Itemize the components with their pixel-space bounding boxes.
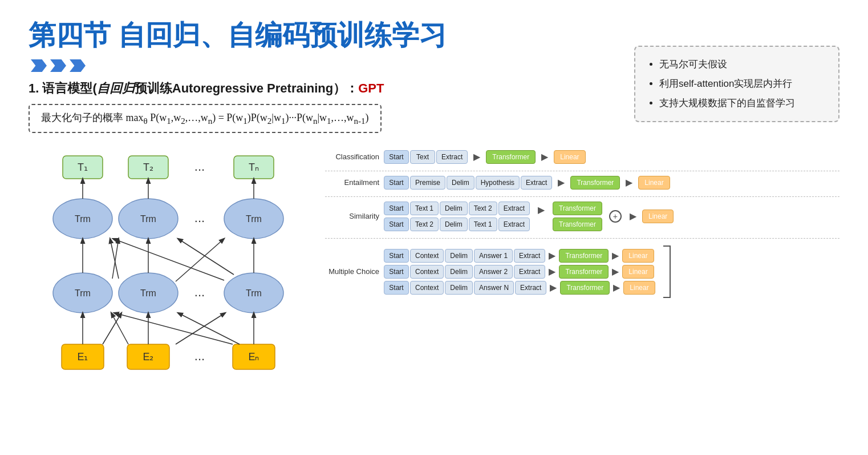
- svg-text:T₁: T₁: [78, 162, 88, 173]
- linear-box: Linear: [554, 150, 585, 164]
- svg-text:Trm: Trm: [140, 214, 156, 224]
- entailment-row: Entailment Start Premise Delim Hypothesi…: [325, 176, 839, 190]
- token-hypothesis: Hypothesis: [476, 176, 520, 190]
- svg-text:Trm: Trm: [75, 214, 91, 224]
- svg-text:Trm: Trm: [140, 288, 156, 298]
- mc-row1-tokens: Start Context Delim Answer 1 Extract: [384, 249, 545, 263]
- mc-bracket-container: [661, 243, 672, 300]
- similarity-rows: Start Text 1 Delim Text 2 Extract Start …: [384, 202, 530, 231]
- mc-linear-1: Linear: [622, 249, 654, 263]
- svg-line-43: [111, 313, 128, 344]
- mc-section: Multiple Choice Start Context Delim Answ…: [325, 243, 839, 300]
- mc-start-N: Start: [384, 281, 409, 295]
- svg-text:E₂: E₂: [143, 351, 153, 363]
- transformer-diagram: T₁ T₂ ... Tₙ Trm Trm ... T: [29, 150, 302, 390]
- mc-row2: Start Context Delim Answer 2 Extract ▶ T…: [384, 265, 655, 279]
- linear-box-e: Linear: [638, 176, 670, 190]
- svg-text:...: ...: [194, 285, 205, 299]
- arrow-1: [31, 59, 47, 72]
- info-item-1: 无马尔可夫假设: [659, 55, 827, 74]
- subtitle-gpt: GPT: [358, 81, 384, 95]
- mc-answer-N: Answer N: [474, 281, 514, 295]
- arrow-s2: ▶: [630, 211, 636, 222]
- mc-answer-2: Answer 2: [474, 265, 513, 279]
- svg-text:Trm: Trm: [75, 288, 91, 298]
- arrow-to-transformer: ▶: [473, 151, 480, 162]
- divider-1: [325, 171, 839, 171]
- entailment-label: Entailment: [325, 178, 379, 187]
- subtitle-prefix: 1. 语言模型(: [29, 81, 97, 95]
- similarity-row: Similarity Start Text 1 Delim Text 2 Ext…: [325, 202, 839, 231]
- token-delim-s2: Delim: [440, 218, 468, 231]
- token-text1b: Text 1: [469, 218, 497, 231]
- svg-text:E₁: E₁: [77, 351, 88, 363]
- svg-text:Eₙ: Eₙ: [248, 351, 259, 363]
- mc-extract-1: Extract: [514, 249, 545, 263]
- mc-label: Multiple Choice: [325, 267, 379, 276]
- right-diagram: Classification Start Text Extract ▶ Tran…: [325, 150, 839, 307]
- svg-text:Trm: Trm: [246, 214, 262, 224]
- sim-arrows-col: ▶: [537, 204, 546, 228]
- svg-line-31: [178, 239, 234, 275]
- token-text: Text: [410, 150, 435, 164]
- transformer-s1: Transformer: [553, 202, 602, 215]
- info-item-3: 支持大规模数据下的自监督学习: [659, 94, 827, 113]
- token-extract-e: Extract: [521, 176, 552, 190]
- token-text2b: Text 2: [410, 218, 439, 231]
- svg-text:Trm: Trm: [246, 288, 262, 298]
- similarity-section: Similarity Start Text 1 Delim Text 2 Ext…: [325, 202, 839, 231]
- arrow-e2: ▶: [626, 177, 632, 188]
- mc-delim-2: Delim: [445, 265, 473, 279]
- mc-arrow-1: ▶: [549, 250, 555, 261]
- arrow-s1: ▶: [538, 204, 545, 215]
- slide-container: 第四节 自回归、自编码预训练学习 1. 语言模型(自回归预训练Autoregre…: [0, 0, 868, 455]
- divider-2: [325, 196, 839, 197]
- mc-arr2-N: ▶: [613, 282, 620, 293]
- mc-linear-2: Linear: [622, 265, 654, 279]
- classification-label: Classification: [325, 152, 379, 161]
- token-start-s2: Start: [384, 218, 409, 231]
- subtitle-italic: 自回归: [97, 81, 135, 95]
- sim-row2-tokens: Start Text 2 Delim Text 1 Extract: [384, 218, 530, 231]
- mc-row: Multiple Choice Start Context Delim Answ…: [325, 243, 839, 300]
- svg-text:...: ...: [194, 349, 205, 363]
- mc-linear-N: Linear: [623, 281, 655, 295]
- token-premise: Premise: [410, 176, 445, 190]
- classification-section: Classification Start Text Extract ▶ Tran…: [325, 150, 839, 164]
- mc-answer-1: Answer 1: [474, 249, 513, 263]
- mc-transformer-1: Transformer: [559, 249, 609, 263]
- arrow-e1: ▶: [558, 177, 565, 188]
- mc-row2-tokens: Start Context Delim Answer 2 Extract: [384, 265, 545, 279]
- svg-line-30: [113, 239, 224, 280]
- svg-line-46: [178, 313, 240, 344]
- entailment-section: Entailment Start Premise Delim Hypothesi…: [325, 176, 839, 190]
- left-diagram: T₁ T₂ ... Tₙ Trm Trm ... T: [29, 150, 302, 392]
- sim-row1-tokens: Start Text 1 Delim Text 2 Extract: [384, 202, 530, 215]
- mc-start-1: Start: [384, 249, 409, 263]
- mc-extract-N: Extract: [515, 281, 546, 295]
- mc-arr2-2: ▶: [612, 266, 619, 277]
- sim-transformers: Transformer Transformer: [553, 202, 602, 231]
- arrow-3: [70, 59, 86, 72]
- token-start-s1: Start: [384, 202, 409, 215]
- token-extract-s2: Extract: [498, 218, 530, 231]
- mc-start-2: Start: [384, 265, 409, 279]
- token-extract: Extract: [436, 150, 468, 164]
- transformer-box-e: Transformer: [570, 176, 620, 190]
- transformer-box: Transformer: [486, 150, 536, 164]
- mc-delim-N: Delim: [445, 281, 473, 295]
- mc-rowN-tokens: Start Context Delim Answer N Extract: [384, 281, 546, 295]
- svg-text:T₂: T₂: [143, 162, 153, 173]
- mc-transformer-N: Transformer: [560, 281, 610, 295]
- mc-context-2: Context: [410, 265, 444, 279]
- classification-row: Classification Start Text Extract ▶ Tran…: [325, 150, 839, 164]
- svg-line-29: [176, 239, 224, 281]
- token-delim-e: Delim: [447, 176, 474, 190]
- entailment-tokens: Start Premise Delim Hypothesis Extract: [384, 176, 552, 190]
- mc-row1: Start Context Delim Answer 1 Extract ▶ T…: [384, 249, 655, 263]
- linear-s: Linear: [642, 210, 674, 223]
- mc-bracket-svg: [661, 243, 672, 300]
- mc-transformer-2: Transformer: [559, 265, 609, 279]
- svg-line-42: [103, 313, 121, 344]
- token-text2: Text 2: [469, 202, 497, 215]
